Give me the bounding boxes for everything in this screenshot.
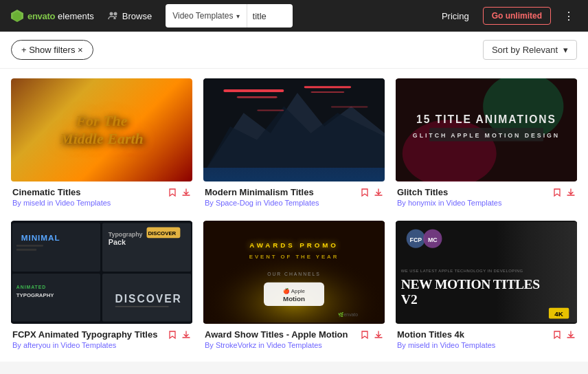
card-5-award-svg: AWARDS PROMO EVENT OF THE YEAR OUR CHANN… (203, 221, 385, 324)
card-5-info: Award Show Titles - Apple Motion (203, 324, 385, 352)
card-1-meta: By miseld in Video Templates (12, 199, 191, 207)
card-2-meta-in: in Video Templates (253, 199, 319, 207)
svg-text:NEW MOTION TITLES: NEW MOTION TITLES (401, 277, 540, 292)
card-6-info: Motion Titles 4k By (396, 324, 577, 352)
card-2-download-button[interactable] (374, 188, 383, 197)
card-4-download-button[interactable] (181, 330, 191, 340)
card-5-title: Award Show Titles - Apple Motion (205, 329, 348, 340)
card-2-meta: By Space-Dog in Video Templates (205, 199, 383, 207)
svg-rect-9 (223, 89, 284, 92)
card-2-thumbnail[interactable] (203, 78, 385, 182)
card-4-actions (168, 330, 191, 340)
card-4-thumbnail[interactable]: MINIMAL Typography Pack DISCOVER ANIMATE… (11, 221, 192, 324)
svg-rect-12 (310, 91, 344, 93)
card-5-download-button[interactable] (374, 330, 383, 340)
card-1-info: Cinematic Titles By (11, 182, 192, 210)
svg-text:GLITCH APPLE MOTION DESIGN: GLITCH APPLE MOTION DESIGN (413, 132, 560, 139)
card-6-thumbnail[interactable]: FCP MC WE USE LATEST APPLE TECHNOLOGY IN… (396, 221, 577, 324)
logo-elements-text: elements (58, 11, 94, 21)
download-icon (181, 330, 191, 340)
card-6: FCP MC WE USE LATEST APPLE TECHNOLOGY IN… (396, 221, 577, 352)
download-icon (566, 330, 576, 340)
svg-text:4K: 4K (554, 310, 563, 318)
pricing-link[interactable]: Pricing (436, 8, 475, 24)
card-3-bookmark-button[interactable] (552, 188, 562, 197)
card-3-meta: By honymix in Video Templates (397, 199, 576, 207)
category-chevron-icon: ▾ (236, 12, 240, 20)
card-5-meta: By StrokeVorkz in Video Templates (205, 341, 383, 349)
svg-rect-10 (237, 96, 278, 98)
download-icon (374, 330, 383, 340)
card-4-title: FCPX Animated Typography Titles (12, 329, 157, 340)
browse-button[interactable]: Browse (102, 8, 157, 24)
bookmark-icon (168, 188, 177, 197)
card-4: MINIMAL Typography Pack DISCOVER ANIMATE… (11, 221, 192, 352)
card-4-meta-in: in Video Templates (51, 341, 117, 349)
card-5-meta-author: StrokeVorkz (216, 341, 256, 349)
card-3-thumbnail[interactable]: 15 TITLE ANIMATIONS GLITCH APPLE MOTION … (396, 78, 577, 182)
card-6-title: Motion Titles 4k (397, 329, 464, 340)
download-icon (374, 188, 383, 197)
card-5: AWARDS PROMO EVENT OF THE YEAR OUR CHANN… (203, 221, 385, 352)
svg-rect-13 (257, 109, 284, 111)
svg-rect-36 (115, 306, 169, 307)
svg-point-3 (113, 12, 117, 16)
show-filters-button[interactable]: + Show filters × (11, 40, 93, 60)
svg-text:OUR CHANNELS: OUR CHANNELS (267, 272, 321, 276)
people-icon (108, 10, 119, 21)
card-1-download-button[interactable] (181, 188, 191, 197)
card-4-meta: By afteryou in Video Templates (12, 341, 191, 349)
svg-text:DISCOVER: DISCOVER (148, 230, 176, 236)
show-filters-label: + Show filters × (21, 45, 83, 55)
card-6-actions (552, 330, 576, 340)
svg-text:Motion: Motion (283, 295, 305, 302)
card-3-actions (552, 188, 576, 197)
card-5-bookmark-button[interactable] (360, 330, 370, 340)
sort-label: Sort by Relevant (492, 45, 558, 55)
card-2-meta-author: Space-Dog (216, 199, 253, 207)
logo-envato-text: envato (27, 11, 55, 21)
card-1-bookmark-button[interactable] (168, 188, 177, 197)
cards-grid: For TheMiddle Earth Cinematic Titles (0, 69, 588, 362)
card-6-meta: By miseld in Video Templates (397, 341, 576, 349)
more-options-button[interactable]: ⋮ (559, 7, 578, 25)
bookmark-icon (552, 188, 562, 197)
card-1-meta-in: in Video Templates (45, 199, 111, 207)
card-3-meta-author: honymix (408, 199, 436, 207)
svg-text:AWARDS PROMO: AWARDS PROMO (249, 241, 338, 249)
header: envato elements Browse Video Templates ▾… (0, 0, 588, 32)
svg-text:15 TITLE ANIMATIONS: 15 TITLE ANIMATIONS (416, 113, 556, 125)
search-input[interactable] (247, 11, 293, 21)
svg-text:🍎 Apple: 🍎 Apple (283, 287, 305, 294)
sort-dropdown[interactable]: Sort by Relevant ▾ (483, 40, 577, 60)
card-6-bookmark-button[interactable] (552, 330, 562, 340)
search-category-dropdown[interactable]: Video Templates ▾ (166, 4, 247, 28)
card-1: For TheMiddle Earth Cinematic Titles (11, 78, 192, 210)
card-4-bookmark-button[interactable] (168, 330, 177, 340)
card-3-glitch-svg: 15 TITLE ANIMATIONS GLITCH APPLE MOTION … (396, 78, 577, 182)
svg-text:WE USE LATEST APPLE TECHNOLOGY: WE USE LATEST APPLE TECHNOLOGY IN DEVELO… (401, 269, 523, 273)
sort-chevron-icon: ▾ (563, 45, 568, 55)
search-bar: Video Templates ▾ × (166, 4, 293, 28)
svg-text:ANIMATED: ANIMATED (16, 285, 46, 289)
card-2-bookmark-button[interactable] (360, 188, 370, 197)
svg-text:Pack: Pack (109, 238, 126, 246)
card-4-meta-author: afteryou (23, 341, 51, 349)
card-1-meta-author: miseld (23, 199, 45, 207)
go-unlimited-button[interactable]: Go unlimited (483, 7, 551, 25)
bookmark-icon (168, 330, 177, 340)
card-3-info: Glitch Titles By ho (396, 182, 577, 210)
card-5-meta-by: By (205, 341, 216, 349)
card-3-download-button[interactable] (566, 188, 576, 197)
card-1-thumbnail[interactable]: For TheMiddle Earth (11, 78, 192, 182)
bookmark-icon (360, 330, 370, 340)
card-6-meta-author: miseld (408, 341, 430, 349)
svg-text:TYPOGRAPHY: TYPOGRAPHY (16, 292, 54, 298)
card-4-meta-by: By (12, 341, 23, 349)
card-3-meta-in: in Video Templates (436, 199, 502, 207)
card-1-thumb-text: For TheMiddle Earth (60, 112, 144, 148)
card-6-download-button[interactable] (566, 330, 576, 340)
card-2-meta-by: By (205, 199, 216, 207)
card-3-title: Glitch Titles (397, 187, 448, 197)
card-5-thumbnail[interactable]: AWARDS PROMO EVENT OF THE YEAR OUR CHANN… (203, 221, 385, 324)
